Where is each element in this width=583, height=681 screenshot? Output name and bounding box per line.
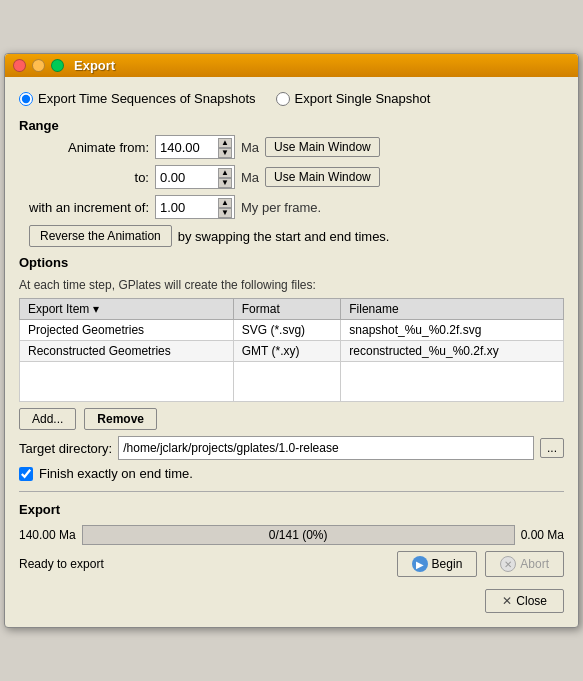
- export-section-title: Export: [19, 502, 564, 517]
- options-title: Options: [19, 255, 564, 270]
- finish-checkbox[interactable]: [19, 467, 33, 481]
- export-window: Export Export Time Sequences of Snapshot…: [4, 53, 579, 628]
- col-header-format: Format: [233, 299, 341, 320]
- increment-input[interactable]: [160, 200, 220, 215]
- increment-up-arrow[interactable]: ▲: [218, 198, 232, 208]
- animate-from-spinbox[interactable]: ▲ ▼: [155, 135, 235, 159]
- animate-from-down-arrow[interactable]: ▼: [218, 148, 232, 158]
- table-row[interactable]: Projected Geometries SVG (*.svg) snapsho…: [20, 320, 564, 341]
- reverse-row: Reverse the Animation by swapping the st…: [29, 225, 564, 247]
- target-dir-row: Target directory: ...: [19, 436, 564, 460]
- progress-row: 140.00 Ma 0/141 (0%) 0.00 Ma: [19, 525, 564, 545]
- animate-to-spinbox[interactable]: ▲ ▼: [155, 165, 235, 189]
- increment-spinbox[interactable]: ▲ ▼: [155, 195, 235, 219]
- finish-label: Finish exactly on end time.: [39, 466, 193, 481]
- remove-button[interactable]: Remove: [84, 408, 157, 430]
- begin-button[interactable]: ▶ Begin: [397, 551, 478, 577]
- filename-cell-1: snapshot_%u_%0.2f.svg: [341, 320, 564, 341]
- progress-label-right: 0.00 Ma: [521, 528, 564, 542]
- window-title: Export: [74, 58, 115, 73]
- format-cell-1: SVG (*.svg): [233, 320, 341, 341]
- browse-button[interactable]: ...: [540, 438, 564, 458]
- close-x-icon: ✕: [502, 594, 512, 608]
- begin-icon: ▶: [412, 556, 428, 572]
- animate-to-input[interactable]: [160, 170, 220, 185]
- maximize-button[interactable]: [51, 59, 64, 72]
- animate-from-input[interactable]: [160, 140, 220, 155]
- title-bar: Export: [5, 54, 578, 77]
- progress-label-left: 140.00 Ma: [19, 528, 76, 542]
- export-items-table: Export Item ▾ Format Filename: [19, 298, 564, 402]
- reverse-animation-button[interactable]: Reverse the Animation: [29, 225, 172, 247]
- target-input[interactable]: [118, 436, 534, 460]
- range-section: Range Animate from: ▲ ▼ Ma Use Main Wind…: [19, 118, 564, 247]
- options-section: Options At each time step, GPlates will …: [19, 255, 564, 481]
- bottom-row: ✕ Close: [19, 585, 564, 617]
- animate-from-row: Animate from: ▲ ▼ Ma Use Main Window: [29, 135, 564, 159]
- filename-cell-2: reconstructed_%u_%0.2f.xy: [341, 341, 564, 362]
- animate-to-row: to: ▲ ▼ Ma Use Main Window: [29, 165, 564, 189]
- reverse-suffix: by swapping the start and end times.: [178, 229, 390, 244]
- time-sequences-label: Export Time Sequences of Snapshots: [38, 91, 256, 106]
- increment-row: with an increment of: ▲ ▼ My per frame.: [29, 195, 564, 219]
- single-snapshot-label: Export Single Snapshot: [295, 91, 431, 106]
- animate-to-up-arrow[interactable]: ▲: [218, 168, 232, 178]
- animate-to-label: to:: [29, 170, 149, 185]
- progress-bar: 0/141 (0%): [82, 525, 515, 545]
- table-buttons: Add... Remove: [19, 408, 564, 430]
- use-main-window-button-from[interactable]: Use Main Window: [265, 137, 380, 157]
- single-snapshot-radio[interactable]: [276, 92, 290, 106]
- animate-from-up-arrow[interactable]: ▲: [218, 138, 232, 148]
- sort-arrow-icon: ▾: [93, 302, 99, 316]
- range-title: Range: [19, 118, 564, 133]
- time-sequences-option[interactable]: Export Time Sequences of Snapshots: [19, 91, 256, 106]
- abort-label: Abort: [520, 557, 549, 571]
- item-cell-2: Reconstructed Geometries: [20, 341, 234, 362]
- minimize-button[interactable]: [32, 59, 45, 72]
- status-text: Ready to export: [19, 557, 104, 571]
- add-button[interactable]: Add...: [19, 408, 76, 430]
- export-mode-row: Export Time Sequences of Snapshots Expor…: [19, 87, 564, 110]
- per-frame-label: My per frame.: [241, 200, 321, 215]
- use-main-window-button-to[interactable]: Use Main Window: [265, 167, 380, 187]
- time-sequences-radio[interactable]: [19, 92, 33, 106]
- target-label: Target directory:: [19, 441, 112, 456]
- abort-button[interactable]: ✕ Abort: [485, 551, 564, 577]
- col-header-filename: Filename: [341, 299, 564, 320]
- animate-to-ma: Ma: [241, 170, 259, 185]
- animate-to-down-arrow[interactable]: ▼: [218, 178, 232, 188]
- export-section: Export 140.00 Ma 0/141 (0%) 0.00 Ma Read…: [19, 502, 564, 577]
- table-row[interactable]: Reconstructed Geometries GMT (*.xy) reco…: [20, 341, 564, 362]
- format-cell-2: GMT (*.xy): [233, 341, 341, 362]
- close-label: Close: [516, 594, 547, 608]
- col-header-item: Export Item ▾: [20, 299, 234, 320]
- increment-down-arrow[interactable]: ▼: [218, 208, 232, 218]
- empty-table-row: [20, 362, 564, 402]
- action-buttons: ▶ Begin ✕ Abort: [397, 551, 564, 577]
- single-snapshot-option[interactable]: Export Single Snapshot: [276, 91, 431, 106]
- animate-from-ma: Ma: [241, 140, 259, 155]
- progress-text: 0/141 (0%): [269, 528, 328, 542]
- close-button[interactable]: ✕ Close: [485, 589, 564, 613]
- divider: [19, 491, 564, 492]
- status-buttons-row: Ready to export ▶ Begin ✕ Abort: [19, 551, 564, 577]
- options-description: At each time step, GPlates will create t…: [19, 278, 564, 292]
- finish-checkbox-row: Finish exactly on end time.: [19, 466, 564, 481]
- animate-from-label: Animate from:: [29, 140, 149, 155]
- item-cell-1: Projected Geometries: [20, 320, 234, 341]
- close-window-button[interactable]: [13, 59, 26, 72]
- begin-label: Begin: [432, 557, 463, 571]
- increment-label: with an increment of:: [29, 200, 149, 215]
- abort-icon: ✕: [500, 556, 516, 572]
